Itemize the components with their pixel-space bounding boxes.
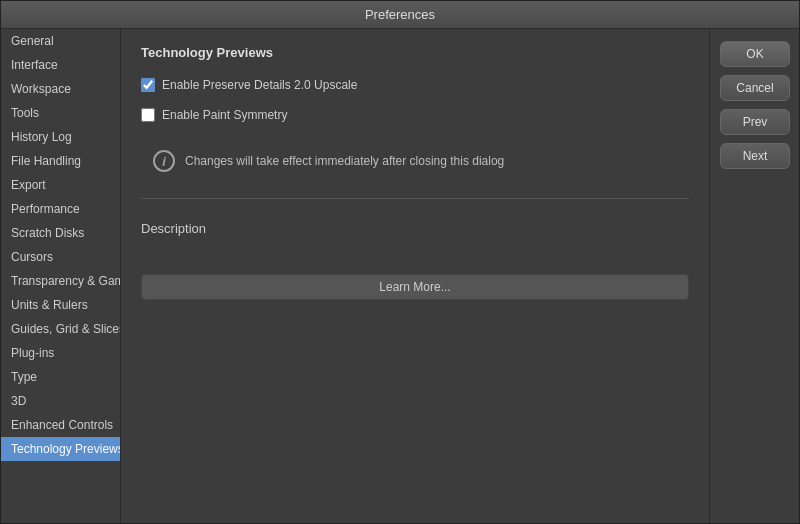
sidebar-item-performance[interactable]: Performance: [1, 197, 120, 221]
checkbox2-label: Enable Paint Symmetry: [162, 108, 287, 122]
title-bar: Preferences: [1, 1, 799, 29]
ok-button[interactable]: OK: [720, 41, 790, 67]
sidebar-item-history-log[interactable]: History Log: [1, 125, 120, 149]
cancel-button[interactable]: Cancel: [720, 75, 790, 101]
next-button[interactable]: Next: [720, 143, 790, 169]
buttons-panel: OK Cancel Prev Next: [709, 29, 799, 523]
checkbox1-label: Enable Preserve Details 2.0 Upscale: [162, 78, 357, 92]
sidebar-item-scratch-disks[interactable]: Scratch Disks: [1, 221, 120, 245]
checkbox-preserve-details[interactable]: [141, 78, 155, 92]
sidebar-item-enhanced-controls[interactable]: Enhanced Controls: [1, 413, 120, 437]
checkbox-paint-symmetry[interactable]: [141, 108, 155, 122]
sidebar-item-type[interactable]: Type: [1, 365, 120, 389]
dialog-body: GeneralInterfaceWorkspaceToolsHistory Lo…: [1, 29, 799, 523]
sidebar-item-units--rulers[interactable]: Units & Rulers: [1, 293, 120, 317]
sidebar-item-tools[interactable]: Tools: [1, 101, 120, 125]
sidebar-item-interface[interactable]: Interface: [1, 53, 120, 77]
sidebar: GeneralInterfaceWorkspaceToolsHistory Lo…: [1, 29, 121, 523]
sidebar-item-export[interactable]: Export: [1, 173, 120, 197]
sidebar-item-workspace[interactable]: Workspace: [1, 77, 120, 101]
checkbox1-row: Enable Preserve Details 2.0 Upscale: [141, 78, 689, 92]
description-label: Description: [141, 221, 689, 236]
sidebar-item-technology-previews[interactable]: Technology Previews: [1, 437, 120, 461]
prev-button[interactable]: Prev: [720, 109, 790, 135]
checkbox2-row: Enable Paint Symmetry: [141, 108, 689, 122]
sidebar-item-3d[interactable]: 3D: [1, 389, 120, 413]
info-icon: i: [153, 150, 175, 172]
sidebar-item-general[interactable]: General: [1, 29, 120, 53]
learn-more-button[interactable]: Learn More...: [141, 274, 689, 300]
info-box: i Changes will take effect immediately a…: [141, 142, 689, 180]
dialog-title: Preferences: [365, 7, 435, 22]
section-title: Technology Previews: [141, 45, 689, 60]
divider: [141, 198, 689, 199]
sidebar-item-plug-ins[interactable]: Plug-ins: [1, 341, 120, 365]
sidebar-item-file-handling[interactable]: File Handling: [1, 149, 120, 173]
sidebar-item-guides-grid--slices[interactable]: Guides, Grid & Slices: [1, 317, 120, 341]
sidebar-item-cursors[interactable]: Cursors: [1, 245, 120, 269]
info-message: Changes will take effect immediately aft…: [185, 154, 504, 168]
description-section: Description: [141, 221, 689, 244]
main-content: Technology Previews Enable Preserve Deta…: [121, 29, 709, 523]
preferences-dialog: Preferences GeneralInterfaceWorkspaceToo…: [0, 0, 800, 524]
sidebar-item-transparency--gamut[interactable]: Transparency & Gamut: [1, 269, 120, 293]
